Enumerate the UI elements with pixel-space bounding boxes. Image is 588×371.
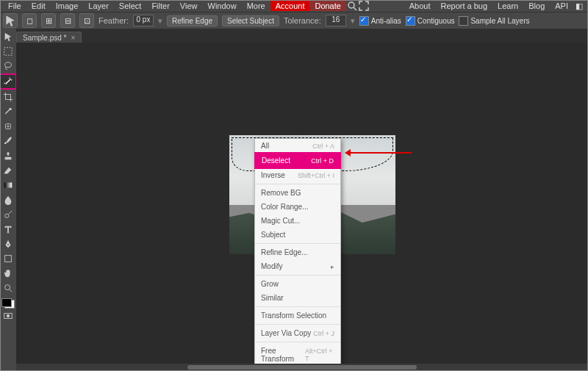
menu-api[interactable]: API — [550, 1, 573, 11]
menu-layer[interactable]: Layer — [83, 1, 114, 11]
context-menu-label: Refine Edge... — [261, 248, 307, 256]
menu-about[interactable]: About — [404, 1, 436, 11]
shape-tool[interactable] — [0, 251, 16, 266]
search-icon[interactable] — [346, 1, 358, 11]
context-menu-label: Transform Selection — [261, 311, 326, 320]
context-menu-label: Magic Cut... — [261, 217, 300, 225]
tool-preset-icon[interactable] — [3, 13, 18, 28]
context-menu-item[interactable]: Magic Cut... — [255, 214, 340, 228]
menu-report[interactable]: Report a bug — [435, 1, 492, 11]
context-menu: AllCtrl + ADeselectCtrl + DInverseShift+… — [254, 138, 341, 371]
context-menu-shortcut: Shift+Ctrl + I — [298, 172, 334, 179]
selection-add-icon[interactable]: ⊞ — [41, 13, 56, 28]
magic-wand-tool[interactable] — [0, 73, 17, 90]
menu-donate[interactable]: Donate — [309, 1, 345, 11]
context-menu-item[interactable]: Refine Edge... — [255, 245, 340, 259]
context-menu-item[interactable]: DeselectCtrl + D — [254, 152, 341, 169]
menu-blog[interactable]: Blog — [523, 1, 550, 11]
select-subject-button[interactable]: Select Subject — [222, 15, 279, 26]
tolerance-input[interactable]: 16 — [326, 15, 346, 26]
scrollbar-thumb[interactable] — [187, 365, 416, 370]
close-tab-icon[interactable]: × — [71, 34, 75, 42]
selection-subtract-icon[interactable]: ⊟ — [60, 13, 75, 28]
eraser-tool[interactable] — [0, 163, 16, 178]
context-menu-separator — [255, 306, 340, 307]
contiguous-checkbox[interactable]: Contiguous — [406, 16, 455, 26]
context-menu-shortcut: Ctrl + A — [312, 143, 334, 150]
menu-image[interactable]: Image — [51, 1, 84, 11]
menu-learn[interactable]: Learn — [492, 1, 523, 11]
type-tool[interactable] — [0, 222, 16, 237]
menu-select[interactable]: Select — [114, 1, 147, 11]
context-menu-label: Grow — [261, 280, 279, 288]
context-menu-label: Deselect — [262, 156, 290, 165]
clone-tool[interactable] — [0, 148, 16, 163]
feather-input[interactable]: 0 px — [133, 15, 154, 26]
context-menu-label: Inverse — [261, 171, 285, 179]
context-menu-separator — [255, 243, 340, 244]
context-menu-item[interactable]: AllCtrl + A — [255, 139, 340, 153]
marquee-tool[interactable] — [0, 44, 16, 59]
context-menu-item[interactable]: InverseShift+Ctrl + I — [255, 168, 340, 182]
refine-edge-button[interactable]: Refine Edge — [167, 15, 218, 26]
svg-rect-2 — [4, 48, 12, 56]
eyedropper-tool[interactable] — [0, 104, 16, 119]
tab-title: Sample.psd * — [23, 34, 66, 42]
context-menu-shortcut: Alt+Ctrl + T — [305, 347, 334, 362]
annotation-arrow — [347, 152, 412, 154]
fullscreen-icon[interactable] — [358, 1, 370, 11]
context-menu-label: Modify — [261, 262, 282, 270]
selection-intersect-icon[interactable]: ⊡ — [79, 13, 94, 28]
hand-tool[interactable] — [0, 266, 16, 281]
context-menu-item[interactable]: Subject — [255, 228, 340, 242]
toolbar — [0, 28, 16, 371]
menu-more[interactable]: More — [242, 1, 270, 11]
feather-label: Feather: — [98, 16, 129, 25]
svg-point-10 — [7, 314, 10, 317]
context-menu-item[interactable]: Layer Via CopyCtrl + J — [255, 326, 340, 340]
heal-tool[interactable] — [0, 119, 16, 134]
menu-window[interactable]: Window — [203, 1, 242, 11]
gradient-tool[interactable] — [0, 178, 16, 192]
menu-view[interactable]: View — [175, 1, 203, 11]
context-menu-label: Subject — [261, 231, 285, 239]
context-menu-label: Remove BG — [261, 189, 301, 197]
antialias-checkbox[interactable]: Anti-alias — [359, 16, 401, 26]
document-tabs: Sample.psd * × — [0, 29, 588, 43]
dodge-tool[interactable] — [0, 207, 16, 222]
context-menu-separator — [255, 342, 340, 342]
lasso-tool[interactable] — [0, 59, 16, 73]
context-menu-item[interactable]: Transform Selection — [255, 309, 340, 323]
context-menu-item[interactable]: Color Range... — [255, 200, 340, 214]
quick-mask-icon[interactable] — [0, 309, 16, 323]
context-menu-shortcut: Ctrl + D — [311, 157, 334, 165]
context-menu-item[interactable]: Grow — [255, 277, 340, 291]
selection-new-icon[interactable]: ◻ — [22, 13, 37, 28]
svg-rect-7 — [5, 256, 12, 262]
menu-account[interactable]: Account — [270, 1, 310, 11]
pen-tool[interactable] — [0, 237, 16, 251]
brush-tool[interactable] — [0, 134, 16, 148]
zoom-tool[interactable] — [0, 281, 16, 295]
crop-tool[interactable] — [0, 90, 16, 104]
move-tool[interactable] — [0, 29, 16, 44]
svg-point-0 — [348, 2, 354, 8]
context-menu-item[interactable]: Similar — [255, 291, 340, 305]
svg-point-8 — [5, 285, 10, 290]
menu-file[interactable]: File — [3, 1, 26, 11]
context-menu-separator — [255, 324, 340, 325]
context-menu-item[interactable]: Remove BG — [255, 186, 340, 200]
submenu-arrow-icon: ▸ — [331, 263, 334, 270]
context-menu-item[interactable]: Modify▸ — [255, 259, 340, 273]
sample-all-checkbox[interactable]: Sample All Layers — [459, 16, 529, 26]
color-swatches[interactable] — [1, 298, 15, 309]
panel-toggle-icon[interactable]: ◧ — [573, 1, 585, 11]
menu-edit[interactable]: Edit — [26, 1, 51, 11]
context-menu-item[interactable]: Free TransformAlt+Ctrl + T — [255, 344, 340, 366]
menu-filter[interactable]: Filter — [146, 1, 174, 11]
context-menu-separator — [255, 275, 340, 275]
horizontal-scrollbar[interactable] — [16, 364, 588, 371]
fg-color[interactable] — [1, 298, 12, 307]
blur-tool[interactable] — [0, 192, 16, 207]
document-tab[interactable]: Sample.psd * × — [16, 32, 82, 43]
